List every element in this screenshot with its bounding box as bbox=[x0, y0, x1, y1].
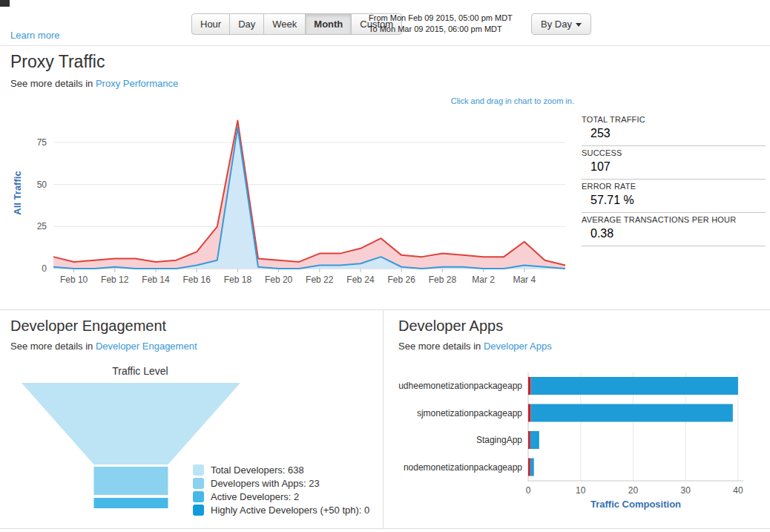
bottom-sections: Developer Engagement See more details in… bbox=[0, 309, 770, 529]
engagement-subtitle-text: See more details in bbox=[10, 341, 96, 352]
stat-value: 0.38 bbox=[582, 224, 766, 244]
svg-text:30: 30 bbox=[681, 485, 691, 496]
proxy-traffic-section: Proxy Traffic See more details in Proxy … bbox=[0, 46, 770, 309]
legend-swatch bbox=[193, 478, 204, 489]
bar-segment bbox=[528, 431, 530, 449]
svg-text:Feb 26: Feb 26 bbox=[388, 275, 416, 285]
svg-text:0: 0 bbox=[526, 485, 531, 496]
bar-category-label: sudheemonetizationpackageapp bbox=[398, 381, 522, 391]
svg-text:Feb 16: Feb 16 bbox=[183, 275, 211, 285]
apps-subtitle: See more details in Developer Apps bbox=[398, 341, 770, 352]
range-button-day[interactable]: Day bbox=[229, 13, 264, 35]
stat-block: SUCCESS107 bbox=[582, 146, 766, 180]
bar-segment bbox=[528, 459, 530, 476]
page-title: Proxy Traffic bbox=[10, 52, 770, 72]
stat-label: AVERAGE TRANSACTIONS PER HOUR bbox=[582, 215, 766, 224]
developer-engagement-link[interactable]: Developer Engagement bbox=[96, 341, 197, 352]
toolbar: Learn more HourDayWeekMonthCustom From M… bbox=[0, 0, 770, 46]
date-range-text: From Mon Feb 09 2015, 05:00 pm MDT To Mo… bbox=[369, 13, 513, 35]
svg-text:Mar 4: Mar 4 bbox=[513, 275, 536, 285]
legend-item: Total Developers: 638 bbox=[193, 464, 369, 476]
stat-label: TOTAL TRAFFIC bbox=[582, 115, 766, 124]
svg-text:Feb 14: Feb 14 bbox=[142, 275, 170, 285]
legend-label: Developers with Apps: 23 bbox=[211, 478, 320, 489]
svg-text:25: 25 bbox=[37, 221, 47, 231]
date-range-from: From Mon Feb 09 2015, 05:00 pm MDT bbox=[369, 13, 513, 24]
developer-apps-link[interactable]: Developer Apps bbox=[484, 341, 552, 352]
range-button-week[interactable]: Week bbox=[263, 13, 306, 35]
legend-item: Highly Active Developers (+50 tph): 0 bbox=[193, 505, 369, 516]
developer-apps-title: Developer Apps bbox=[398, 318, 770, 335]
stats-panel: TOTAL TRAFFIC253SUCCESS107ERROR RATE57.7… bbox=[582, 113, 766, 304]
legend-swatch bbox=[193, 464, 204, 476]
funnel-segment bbox=[94, 498, 168, 508]
range-button-hour[interactable]: Hour bbox=[191, 13, 230, 35]
funnel-legend: Total Developers: 638Developers with App… bbox=[193, 462, 369, 518]
stat-label: ERROR RATE bbox=[582, 182, 766, 191]
svg-text:40: 40 bbox=[733, 485, 743, 496]
legend-item: Active Developers: 2 bbox=[193, 491, 369, 502]
legend-swatch bbox=[193, 505, 204, 516]
bar-segment bbox=[531, 404, 733, 422]
funnel-segment bbox=[94, 467, 168, 495]
svg-text:20: 20 bbox=[628, 485, 639, 496]
svg-text:Feb 20: Feb 20 bbox=[265, 275, 293, 285]
proxy-subtitle: See more details in Proxy Performance bbox=[10, 78, 770, 89]
proxy-chart-row: 0255075Feb 10Feb 12Feb 14Feb 16Feb 18Feb… bbox=[10, 107, 770, 304]
svg-text:0: 0 bbox=[42, 263, 47, 274]
dashboard-page: Learn more HourDayWeekMonthCustom From M… bbox=[0, 0, 770, 532]
developer-engagement-section: Developer Engagement See more details in… bbox=[0, 310, 384, 528]
date-range-to: To Mon Mar 09 2015, 06:00 pm MDT bbox=[369, 24, 513, 35]
bar-segment bbox=[531, 377, 738, 395]
proxy-subtitle-text: See more details in bbox=[10, 78, 96, 89]
bar-category-label: StagingApp bbox=[476, 435, 522, 445]
chevron-down-icon bbox=[576, 23, 582, 27]
traffic-line-chart[interactable]: 0255075Feb 10Feb 12Feb 14Feb 16Feb 18Feb… bbox=[10, 107, 582, 304]
stat-value: 253 bbox=[582, 124, 766, 144]
apps-bar-chart: 010203040sudheemonetizationpackageappsjm… bbox=[398, 371, 770, 516]
bar-segment bbox=[528, 404, 531, 422]
legend-swatch bbox=[193, 491, 204, 502]
svg-text:50: 50 bbox=[37, 180, 47, 190]
legend-label: Total Developers: 638 bbox=[211, 464, 304, 476]
stat-value: 57.71 % bbox=[582, 191, 766, 211]
learn-more-link[interactable]: Learn more bbox=[10, 30, 59, 41]
funnel-segment bbox=[22, 383, 240, 464]
zoom-hint: Click and drag in chart to zoom in. bbox=[10, 96, 574, 105]
stat-block: AVERAGE TRANSACTIONS PER HOUR0.38 bbox=[582, 213, 766, 246]
range-button-month[interactable]: Month bbox=[305, 13, 352, 35]
svg-text:Mar 2: Mar 2 bbox=[472, 275, 495, 285]
developer-engagement-title: Developer Engagement bbox=[10, 318, 383, 335]
y-axis-label: All Traffic bbox=[12, 171, 23, 214]
svg-text:Feb 28: Feb 28 bbox=[429, 275, 457, 285]
stat-block: ERROR RATE57.71 % bbox=[582, 180, 766, 213]
legend-item: Developers with Apps: 23 bbox=[193, 478, 369, 489]
bar-segment bbox=[530, 431, 539, 449]
developer-apps-section: Developer Apps See more details in Devel… bbox=[384, 310, 770, 528]
svg-text:75: 75 bbox=[37, 137, 47, 148]
svg-text:Feb 22: Feb 22 bbox=[306, 275, 334, 285]
bar-category-label: nodemonetizationpackageapp bbox=[404, 462, 522, 473]
funnel-title: Traffic Level bbox=[10, 365, 270, 377]
svg-text:10: 10 bbox=[576, 485, 586, 496]
stat-value: 107 bbox=[582, 157, 766, 177]
legend-label: Highly Active Developers (+50 tph): 0 bbox=[211, 505, 369, 516]
proxy-performance-link[interactable]: Proxy Performance bbox=[96, 78, 178, 89]
stat-block: TOTAL TRAFFIC253 bbox=[582, 113, 766, 146]
bar-category-label: sjmonetizationpackageapp bbox=[417, 408, 522, 418]
svg-text:Feb 10: Feb 10 bbox=[60, 275, 88, 285]
engagement-subtitle: See more details in Developer Engagement bbox=[10, 341, 383, 352]
svg-text:Feb 18: Feb 18 bbox=[224, 275, 252, 285]
svg-text:Feb 12: Feb 12 bbox=[101, 275, 129, 285]
svg-text:Feb 24: Feb 24 bbox=[346, 275, 375, 285]
x-axis-label: Traffic Composition bbox=[590, 499, 681, 510]
bar-segment bbox=[528, 377, 531, 395]
bar-segment bbox=[530, 459, 534, 476]
group-by-label: By Day bbox=[541, 19, 572, 30]
group-by-dropdown[interactable]: By Day bbox=[531, 13, 591, 35]
apps-subtitle-text: See more details in bbox=[398, 341, 484, 352]
legend-label: Active Developers: 2 bbox=[211, 491, 299, 502]
stat-label: SUCCESS bbox=[582, 148, 766, 157]
